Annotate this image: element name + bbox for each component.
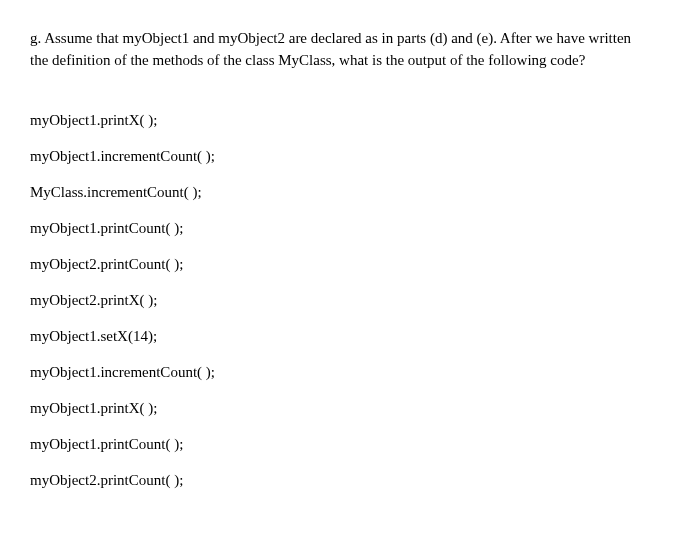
code-line: myObject1.printX( ); bbox=[30, 110, 652, 131]
code-line: MyClass.incrementCount( ); bbox=[30, 182, 652, 203]
question-body: Assume that myObject1 and myObject2 are … bbox=[30, 30, 631, 68]
code-line: myObject1.printX( ); bbox=[30, 398, 652, 419]
code-line: myObject1.setX(14); bbox=[30, 326, 652, 347]
code-block: myObject1.printX( ); myObject1.increment… bbox=[30, 110, 652, 491]
question-prompt: g. Assume that myObject1 and myObject2 a… bbox=[30, 28, 652, 72]
code-line: myObject1.printCount( ); bbox=[30, 218, 652, 239]
code-line: myObject2.printX( ); bbox=[30, 290, 652, 311]
code-line: myObject2.printCount( ); bbox=[30, 470, 652, 491]
code-line: myObject1.incrementCount( ); bbox=[30, 362, 652, 383]
question-label: g. bbox=[30, 30, 41, 46]
code-line: myObject1.incrementCount( ); bbox=[30, 146, 652, 167]
question-paragraph: g. Assume that myObject1 and myObject2 a… bbox=[30, 28, 652, 72]
code-line: myObject2.printCount( ); bbox=[30, 254, 652, 275]
code-line: myObject1.printCount( ); bbox=[30, 434, 652, 455]
